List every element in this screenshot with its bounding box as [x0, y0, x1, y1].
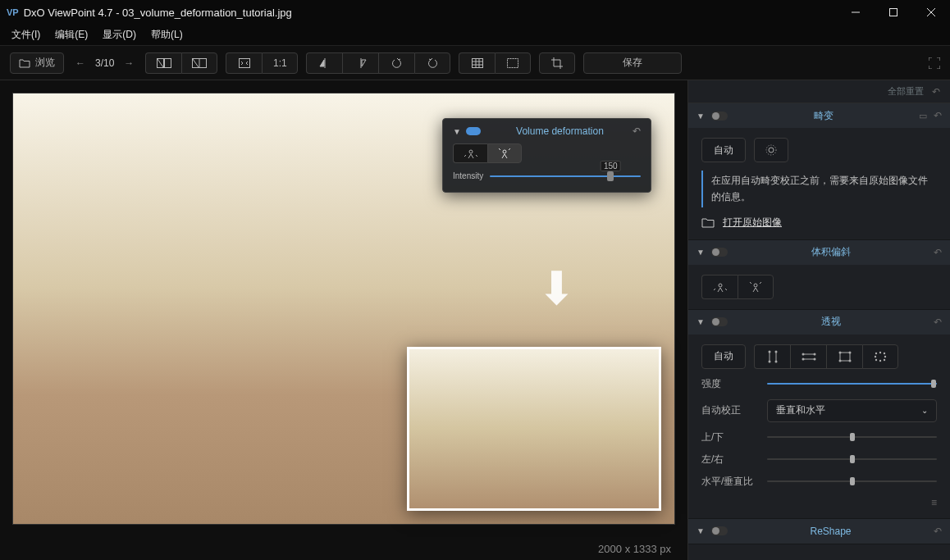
panel-perspective-header[interactable]: ▼ 透视 ↶	[688, 310, 950, 335]
close-button[interactable]	[912, 0, 950, 25]
reset-icon[interactable]: ↶	[934, 526, 942, 537]
updown-label: 上/下	[701, 430, 759, 444]
reshape-toggle[interactable]	[711, 526, 728, 535]
perspective-horizontal-button[interactable]	[790, 344, 826, 369]
zoom-group: 1:1	[226, 52, 298, 74]
svg-point-32	[813, 353, 815, 355]
volume-deformation-overlay: ▼ Volume deformation ↶ Intensity 150	[442, 118, 651, 193]
volume-title: 体积偏斜	[734, 245, 927, 259]
intensity-label: Intensity	[453, 171, 483, 180]
volume-horizontal-button[interactable]	[701, 275, 738, 299]
reset-all-button[interactable]: 全部重置	[888, 85, 924, 98]
overlay-title: Volume deformation	[487, 125, 633, 137]
auto-label: 自动	[714, 349, 733, 363]
perspective-toggle[interactable]	[711, 317, 728, 326]
maximize-button[interactable]	[875, 0, 912, 25]
perspective-title: 透视	[734, 315, 927, 329]
menu-view[interactable]: 显示(D)	[103, 28, 136, 42]
volume-horizontal-button[interactable]	[453, 143, 487, 163]
svg-point-28	[774, 360, 777, 362]
main-area: ▼ Volume deformation ↶ Intensity 150	[0, 80, 950, 560]
overlay-reset-icon[interactable]: ↶	[633, 125, 641, 137]
perspective-8point-button[interactable]	[862, 344, 898, 369]
compare-group	[145, 52, 217, 74]
sidebar-topbar: 全部重置 ↶	[688, 80, 950, 103]
canvas[interactable]: ▼ Volume deformation ↶ Intensity 150	[0, 80, 687, 537]
menu-edit[interactable]: 编辑(E)	[55, 28, 88, 42]
perspective-vertical-button[interactable]	[754, 344, 790, 369]
image-counter: 3/10	[95, 57, 114, 69]
panel-distortion-header[interactable]: ▼ 畸变 ▭ ↶	[688, 103, 950, 128]
compare-side-button[interactable]	[145, 52, 181, 74]
hvratio-slider[interactable]	[767, 480, 937, 482]
intensity-value: 150	[601, 161, 621, 171]
perspective-tool-segment	[754, 344, 898, 369]
chevron-down-icon: ▼	[697, 317, 705, 326]
reset-icon[interactable]: ↶	[934, 316, 942, 328]
panel-volume-header[interactable]: ▼ 体积偏斜 ↶	[688, 240, 950, 265]
svg-rect-35	[840, 353, 850, 361]
overlay-toggle[interactable]	[466, 127, 481, 135]
leftright-slider[interactable]	[767, 458, 937, 460]
svg-point-19	[769, 148, 774, 153]
perspective-rect-button[interactable]	[826, 344, 862, 369]
minimize-button[interactable]	[837, 0, 875, 25]
updown-slider[interactable]	[767, 436, 937, 438]
distortion-toggle[interactable]	[711, 112, 728, 121]
browse-label: 浏览	[35, 56, 55, 70]
delete-icon[interactable]: ▭	[919, 111, 927, 121]
panel-reshape-header[interactable]: ▼ ReShape ↶	[688, 519, 950, 544]
open-original-link[interactable]: 打开原始图像	[701, 216, 937, 230]
prev-image-button[interactable]: ←	[72, 57, 89, 69]
save-button[interactable]: 保存	[583, 52, 682, 74]
sidebar: 全部重置 ↶ ▼ 畸变 ▭ ↶ 自动 在应用自动畸变校正之前，需要来自原始图像文…	[687, 80, 950, 560]
next-image-button[interactable]: →	[121, 57, 137, 69]
intensity-slider[interactable]: 150	[490, 175, 641, 177]
intensity-slider[interactable]	[767, 383, 937, 385]
viewer: ▼ Volume deformation ↶ Intensity 150	[0, 80, 687, 560]
svg-point-22	[754, 284, 757, 287]
crop-button[interactable]	[539, 52, 575, 74]
folder-icon	[701, 217, 715, 228]
svg-point-37	[848, 351, 851, 353]
volume-toggle[interactable]	[711, 248, 728, 257]
flip-vertical-button[interactable]	[342, 52, 378, 74]
auto-correct-select[interactable]: 垂直和水平 ⌄	[767, 399, 937, 422]
intensity-label: 强度	[701, 377, 759, 391]
window-title: DxO ViewPoint 4.7 - 03_volume_deformatio…	[24, 7, 292, 19]
fullscreen-button[interactable]	[929, 57, 940, 69]
distortion-note: 在应用自动畸变校正之前，需要来自原始图像文件的信息。	[701, 171, 937, 207]
panel-perspective: ▼ 透视 ↶ 自动 强度	[688, 310, 950, 519]
fit-button[interactable]	[226, 52, 262, 74]
perspective-auto-button[interactable]: 自动	[701, 344, 746, 369]
svg-rect-5	[164, 58, 171, 67]
svg-point-42	[884, 353, 885, 354]
zoom-ratio-label: 1:1	[273, 57, 287, 69]
reset-icon[interactable]: ↶	[934, 110, 942, 121]
folder-icon	[19, 58, 30, 68]
volume-diagonal-button[interactable]	[487, 143, 522, 163]
image-nav: ← 3/10 →	[72, 57, 137, 69]
distortion-manual-button[interactable]	[754, 138, 788, 162]
auto-label: 自动	[714, 143, 733, 157]
toolbar: 浏览 ← 3/10 → 1:1 保存	[0, 46, 950, 80]
distortion-auto-button[interactable]: 自动	[701, 138, 746, 162]
guides-button[interactable]	[495, 52, 531, 74]
svg-rect-10	[239, 58, 249, 67]
svg-point-45	[884, 359, 885, 361]
rotate-left-button[interactable]	[378, 52, 414, 74]
volume-diagonal-button[interactable]	[738, 275, 774, 299]
menu-file[interactable]: 文件(I)	[11, 28, 40, 42]
menu-help[interactable]: 帮助(L)	[151, 28, 183, 42]
expand-more-icon[interactable]: ≡	[701, 497, 937, 508]
rotate-right-button[interactable]	[414, 52, 450, 74]
zoom-actual-button[interactable]: 1:1	[262, 52, 298, 74]
flip-horizontal-button[interactable]	[306, 52, 342, 74]
browse-button[interactable]: 浏览	[10, 52, 64, 74]
reset-icon[interactable]: ↶	[934, 247, 942, 258]
compare-split-button[interactable]	[181, 52, 217, 74]
reset-all-icon[interactable]: ↶	[932, 86, 940, 98]
grid-button[interactable]	[459, 52, 495, 74]
volume-mode-segment	[701, 275, 937, 299]
chevron-down-icon[interactable]: ▼	[453, 127, 461, 136]
